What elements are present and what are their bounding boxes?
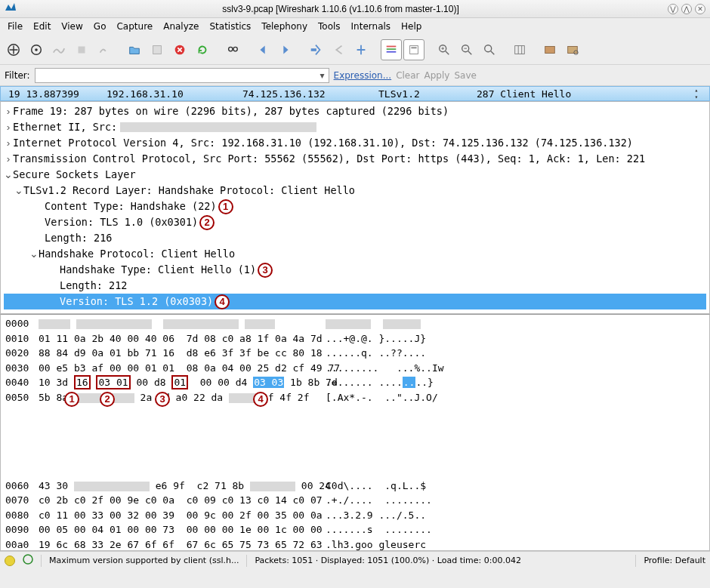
- tree-handshake[interactable]: Handshake Protocol: Client Hello: [39, 246, 235, 262]
- redacted: [120, 122, 316, 132]
- tree-ethernet[interactable]: Ethernet II, Src:: [13, 119, 117, 135]
- svg-rect-19: [568, 46, 578, 53]
- interfaces-icon[interactable]: [3, 39, 24, 60]
- maximize-icon[interactable]: ⋀: [681, 4, 692, 14]
- expand-icon[interactable]: ›: [4, 151, 13, 167]
- tree-ip[interactable]: Internet Protocol Version 4, Src: 192.16…: [13, 135, 633, 151]
- expand-icon[interactable]: ›: [4, 103, 13, 119]
- colorize-icon[interactable]: [381, 39, 402, 60]
- display-filters-icon[interactable]: [562, 39, 583, 60]
- collapse-icon[interactable]: ⌄: [4, 167, 13, 183]
- svg-point-7: [233, 47, 237, 51]
- filter-dropdown-icon[interactable]: ▾: [317, 69, 328, 82]
- auto-scroll-icon[interactable]: [403, 39, 424, 60]
- zoom-in-icon[interactable]: [434, 39, 455, 60]
- packet-details-pane[interactable]: ›Frame 19: 287 bytes on wire (2296 bits)…: [0, 101, 710, 314]
- svg-point-6: [229, 47, 233, 51]
- status-field-name: Maximum version supported by client (ssl…: [49, 556, 239, 565]
- svg-rect-3: [79, 46, 85, 53]
- packet-list-row[interactable]: 19 13.887399 192.168.31.10 74.125.136.13…: [0, 86, 710, 101]
- menu-help[interactable]: Help: [397, 20, 426, 33]
- svg-point-16: [485, 45, 492, 51]
- annotation-3: 3: [258, 263, 273, 278]
- tree-frame[interactable]: Frame 19: 287 bytes on wire (2296 bits),…: [13, 103, 449, 119]
- collapse-icon[interactable]: ⌄: [29, 246, 39, 262]
- tree-handshake-type[interactable]: Handshake Type: Client Hello (1): [60, 262, 256, 278]
- menu-analyze[interactable]: Analyze: [159, 20, 203, 33]
- menu-telephony[interactable]: Telephony: [257, 20, 312, 33]
- pkt-src: 192.168.31.10: [106, 88, 242, 100]
- tree-content-type[interactable]: Content Type: Handshake (22): [45, 199, 217, 214]
- find-icon[interactable]: [222, 39, 243, 60]
- options-icon[interactable]: [26, 39, 47, 60]
- save-link[interactable]: Save: [454, 70, 476, 81]
- go-first-icon[interactable]: [328, 39, 349, 60]
- menu-statistics[interactable]: Statistics: [205, 20, 255, 33]
- filter-label: Filter:: [5, 70, 30, 81]
- tree-tcp[interactable]: Transmission Control Protocol, Src Port:…: [13, 151, 645, 167]
- filter-input[interactable]: [35, 68, 329, 83]
- hex-box-1: 16: [74, 375, 91, 389]
- tree-ssl[interactable]: Secure Sockets Layer: [13, 167, 136, 183]
- go-forward-icon[interactable]: [275, 39, 296, 60]
- menu-edit[interactable]: Edit: [29, 20, 55, 33]
- zoom-100-icon[interactable]: [479, 39, 500, 60]
- menu-go[interactable]: Go: [89, 20, 111, 33]
- menu-tools[interactable]: Tools: [313, 20, 345, 33]
- capture-filters-icon[interactable]: [539, 39, 560, 60]
- reload-icon[interactable]: [192, 39, 213, 60]
- stop-capture-icon[interactable]: [71, 39, 92, 60]
- close-icon[interactable]: ✕: [695, 4, 705, 14]
- expression-link[interactable]: Expression...: [334, 70, 392, 81]
- resize-columns-icon[interactable]: [509, 39, 530, 60]
- go-last-icon[interactable]: [350, 39, 372, 60]
- pkt-proto: TLSv1.2: [378, 88, 477, 100]
- start-capture-icon[interactable]: [48, 39, 69, 60]
- go-to-icon[interactable]: [305, 39, 326, 60]
- svg-rect-12: [410, 45, 418, 54]
- hex-annotation-3: 3: [155, 392, 170, 407]
- menu-capture[interactable]: Capture: [112, 20, 157, 33]
- pkt-info: Client Hello: [500, 88, 571, 100]
- packet-scrollbar[interactable]: ▴▾: [691, 87, 702, 100]
- close-file-icon[interactable]: [169, 39, 190, 60]
- tree-record-length[interactable]: Length: 216: [45, 230, 112, 246]
- menu-internals[interactable]: Internals: [347, 20, 396, 33]
- expand-icon[interactable]: ›: [4, 119, 13, 135]
- minimize-icon[interactable]: ⋁: [668, 4, 678, 14]
- svg-rect-18: [545, 46, 555, 53]
- zoom-out-icon[interactable]: [456, 39, 477, 60]
- save-icon[interactable]: [147, 39, 168, 60]
- apply-link[interactable]: Apply: [424, 70, 450, 81]
- hex-annotation-4: 4: [253, 392, 268, 407]
- status-profile[interactable]: Profile: Default: [644, 556, 705, 565]
- svg-rect-11: [387, 51, 397, 52]
- annotation-2: 2: [199, 215, 215, 230]
- annotation-4: 4: [215, 294, 230, 309]
- menu-view[interactable]: View: [57, 20, 87, 33]
- restart-capture-icon[interactable]: [94, 39, 115, 60]
- pkt-time: 13.887399: [26, 88, 79, 100]
- go-back-icon[interactable]: [252, 39, 273, 60]
- tree-record-version[interactable]: Version: TLS 1.0 (0x0301): [45, 214, 198, 230]
- open-icon[interactable]: [124, 39, 145, 60]
- hex-annotation-1: 1: [64, 392, 79, 407]
- svg-rect-17: [515, 45, 525, 54]
- svg-rect-9: [387, 45, 397, 47]
- app-icon: [5, 2, 17, 16]
- tree-handshake-version[interactable]: Version: TLS 1.2 (0x0303): [60, 294, 213, 309]
- tree-record-layer[interactable]: TLSv1.2 Record Layer: Handshake Protocol…: [23, 183, 355, 199]
- expand-icon[interactable]: ›: [4, 135, 13, 151]
- pkt-len: 287: [477, 88, 494, 100]
- hex-pane[interactable]: 0000 001001 11 0a 2b 40 00 40 06 7d 08 c…: [0, 314, 710, 551]
- hex-box-3: 01: [171, 375, 188, 389]
- menu-file[interactable]: File: [3, 20, 27, 33]
- expert-info-icon[interactable]: [5, 556, 15, 566]
- svg-rect-10: [387, 48, 397, 50]
- pkt-no: 19: [8, 88, 20, 100]
- clear-link[interactable]: Clear: [396, 70, 419, 81]
- tree-handshake-length[interactable]: Length: 212: [60, 278, 127, 294]
- collapse-icon[interactable]: ⌄: [14, 183, 23, 199]
- svg-point-2: [35, 48, 38, 51]
- annotations-icon[interactable]: [23, 554, 33, 567]
